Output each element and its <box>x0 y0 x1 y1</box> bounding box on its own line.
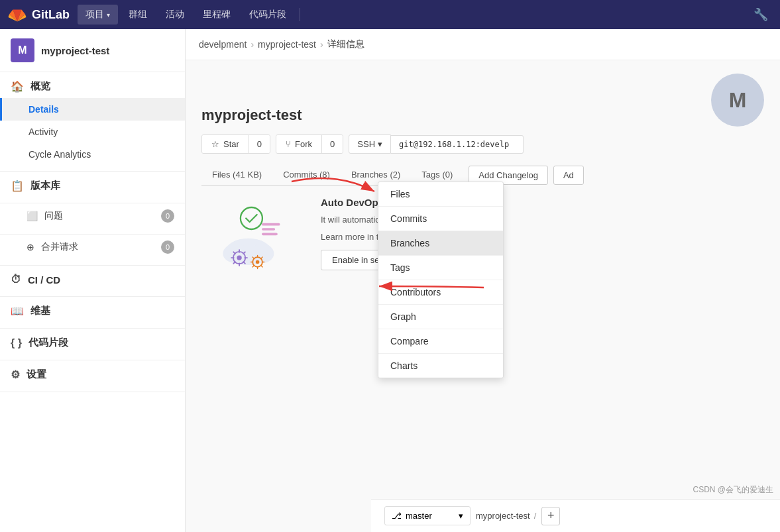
breadcrumb-current: 详细信息 <box>327 38 364 50</box>
watermark: CSDN @会飞的爱迪生 <box>693 484 773 496</box>
sidebar-section-title-repository[interactable]: 📋 版本库 <box>0 172 185 197</box>
dropdown-item-branches[interactable]: Branches <box>378 231 503 256</box>
add-other-button[interactable]: Ad <box>553 166 584 185</box>
branch-icon: ⎇ <box>392 511 402 521</box>
star-count: 0 <box>249 135 270 153</box>
star-group: ☆ Star 0 <box>201 134 270 154</box>
svg-rect-1 <box>262 223 280 226</box>
sidebar-section-wiki: 📖 维基 <box>0 297 185 329</box>
svg-point-10 <box>256 260 260 264</box>
nav-groups[interactable]: 群组 <box>121 5 155 25</box>
file-path: myproject-test / <box>476 511 536 521</box>
ssh-url[interactable]: git@192.168.1.12:develp <box>391 135 524 154</box>
sidebar-section-cicd: ⏱ CI / CD <box>0 266 185 297</box>
project-name: myproject-test <box>41 45 109 56</box>
nav-snippets[interactable]: 代码片段 <box>241 5 294 25</box>
breadcrumb-sep-2: › <box>320 39 323 50</box>
svg-point-8 <box>237 255 241 260</box>
main-content: develpment › myproject-test › 详细信息 M myp… <box>186 29 780 532</box>
settings-icon: ⚙ <box>11 368 20 381</box>
brand-name: GitLab <box>32 8 70 22</box>
dropdown-item-graph[interactable]: Graph <box>378 305 503 329</box>
chevron-down-icon-branch: ▾ <box>459 511 463 521</box>
svg-rect-3 <box>262 233 278 236</box>
merge-icon: ⊕ <box>27 242 34 252</box>
sidebar-section-title-snippets[interactable]: { } 代码片段 <box>0 329 185 354</box>
project-avatar-large: M <box>711 74 764 127</box>
fork-count: 0 <box>321 135 343 153</box>
issues-badge: 0 <box>161 209 174 223</box>
branch-selector[interactable]: ⎇ master ▾ <box>384 506 471 525</box>
snippets-icon: { } <box>11 337 22 349</box>
sidebar-item-activity[interactable]: Activity <box>0 121 185 143</box>
fork-group: ⑂ Fork 0 <box>276 134 343 154</box>
sidebar-item-issues[interactable]: ⬜ 问题 0 <box>0 203 185 229</box>
ssh-dropdown-button[interactable]: SSH ▾ <box>349 134 391 154</box>
ssh-area: SSH ▾ git@192.168.1.12:develp <box>349 134 524 154</box>
svg-rect-2 <box>262 228 275 231</box>
cicd-icon: ⏱ <box>11 274 21 286</box>
brand-logo[interactable]: GitLab <box>8 5 70 24</box>
dropdown-item-charts[interactable]: Charts <box>378 354 503 378</box>
fork-button[interactable]: ⑂ Fork <box>276 135 321 153</box>
mergerequests-badge: 0 <box>161 240 174 254</box>
bottom-bar: ⎇ master ▾ myproject-test / + <box>371 499 780 532</box>
project-title: myproject-test <box>201 107 764 124</box>
dropdown-item-contributors[interactable]: Contributors <box>378 280 503 305</box>
project-avatar: M <box>11 38 34 62</box>
nav-activity[interactable]: 活动 <box>158 5 192 25</box>
sidebar-section-title-overview[interactable]: 🏠 概览 <box>0 72 185 98</box>
repository-dropdown: Files Commits Branches Tags Contributors… <box>378 182 504 378</box>
devops-illustration <box>201 197 307 276</box>
add-file-button[interactable]: + <box>541 507 560 525</box>
sidebar-section-title-wiki[interactable]: 📖 维基 <box>0 297 185 323</box>
tab-files[interactable]: Files (41 KB) <box>201 164 272 186</box>
svg-point-0 <box>241 207 262 229</box>
sidebar-section-issues: ⬜ 问题 0 <box>0 203 185 235</box>
repository-icon: 📋 <box>11 180 24 192</box>
dropdown-item-commits[interactable]: Commits <box>378 207 503 231</box>
wiki-icon: 📖 <box>11 305 24 317</box>
svg-point-5 <box>223 244 249 263</box>
sidebar-section-mergerequests: ⊕ 合并请求 0 <box>0 235 185 266</box>
sidebar-section-overview: 🏠 概览 Details Activity Cycle Analytics <box>0 72 185 172</box>
breadcrumb: develpment › myproject-test › 详细信息 <box>186 29 780 60</box>
navbar: GitLab 项目 ▾ 群组 活动 里程碑 代码片段 🔧 <box>0 0 780 29</box>
chevron-down-icon: ▾ <box>107 11 110 19</box>
tab-commits[interactable]: Commits (8) <box>272 164 341 186</box>
breadcrumb-develpment[interactable]: develpment <box>199 39 247 50</box>
dropdown-item-tags[interactable]: Tags <box>378 256 503 280</box>
sidebar-item-cycle-analytics[interactable]: Cycle Analytics <box>0 143 185 166</box>
chevron-down-icon: ▾ <box>378 139 382 149</box>
sidebar-section-title-cicd[interactable]: ⏱ CI / CD <box>0 266 185 291</box>
wrench-icon[interactable]: 🔧 <box>750 3 772 26</box>
sidebar-item-mergerequests[interactable]: ⊕ 合并请求 0 <box>0 235 185 260</box>
sidebar-section-settings: ⚙ 设置 <box>0 360 185 392</box>
sidebar-section-title-settings[interactable]: ⚙ 设置 <box>0 360 185 386</box>
dropdown-item-compare[interactable]: Compare <box>378 329 503 354</box>
sidebar-section-repository: 📋 版本库 <box>0 172 185 203</box>
fork-icon: ⑂ <box>286 139 291 149</box>
layout: M myproject-test 🏠 概览 Details Activity C… <box>0 29 780 532</box>
nav-milestones[interactable]: 里程碑 <box>195 5 239 25</box>
sidebar: M myproject-test 🏠 概览 Details Activity C… <box>0 29 186 532</box>
breadcrumb-project[interactable]: myproject-test <box>258 39 316 50</box>
issues-icon: ⬜ <box>27 211 38 221</box>
sidebar-item-details[interactable]: Details <box>0 98 185 121</box>
breadcrumb-sep-1: › <box>251 39 254 50</box>
nav-projects[interactable]: 项目 ▾ <box>78 5 118 25</box>
project-header: M myproject-test <box>0 29 185 72</box>
nav-divider <box>300 8 300 21</box>
home-icon: 🏠 <box>11 80 24 93</box>
star-icon: ☆ <box>211 139 219 149</box>
action-bar: ☆ Star 0 ⑂ Fork 0 SSH ▾ <box>201 134 764 154</box>
dropdown-item-files[interactable]: Files <box>378 182 503 207</box>
sidebar-section-snippets: { } 代码片段 <box>0 329 185 360</box>
star-button[interactable]: ☆ Star <box>202 135 249 153</box>
